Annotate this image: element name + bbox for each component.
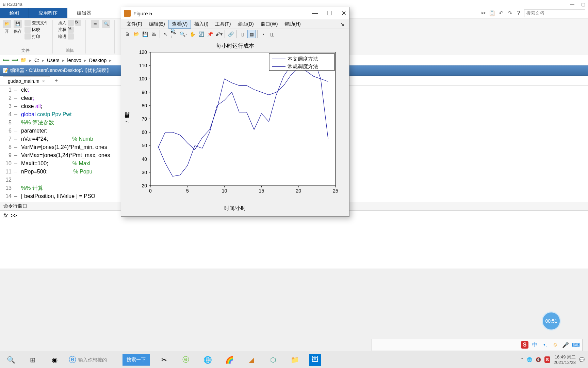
save-button[interactable]: 💾保存: [14, 20, 22, 34]
indent-button[interactable]: 缩进: [58, 33, 81, 40]
ime-input[interactable]: [375, 340, 518, 350]
addr-desktop[interactable]: Desktop: [89, 58, 107, 63]
comment-button[interactable]: 注释%: [58, 27, 81, 33]
zoom-in-icon[interactable]: 🔍+: [170, 30, 179, 38]
edge-icon[interactable]: 🌐: [200, 353, 215, 367]
open-button[interactable]: 📂开: [3, 20, 11, 34]
help-icon[interactable]: ?: [515, 10, 522, 17]
tray-notif-icon[interactable]: 💬: [579, 357, 585, 362]
compare-button[interactable]: 比较: [24, 27, 48, 33]
link-icon[interactable]: 🔗: [227, 30, 235, 38]
sogou-icon: S: [521, 341, 528, 349]
ribbon-tab-plot[interactable]: 绘图: [0, 8, 29, 18]
close-icon[interactable]: ✕: [341, 10, 346, 17]
ime-emoji-icon[interactable]: ☺: [552, 341, 559, 349]
undo-icon[interactable]: ↶: [497, 10, 504, 17]
tray-vol-icon[interactable]: 🔇: [536, 357, 541, 362]
minimize-icon[interactable]: —: [312, 10, 318, 17]
menu-insert[interactable]: 插入(I): [191, 20, 212, 29]
close-icon[interactable]: ×: [42, 78, 45, 84]
start-icon[interactable]: 🔍: [3, 353, 18, 367]
cut-icon[interactable]: ✂: [480, 10, 487, 17]
brush-icon[interactable]: 🖌▾: [215, 30, 223, 38]
addr-users[interactable]: Users: [47, 58, 60, 63]
percent-icon: %: [68, 27, 74, 33]
editor-icon: 📝: [3, 68, 8, 73]
svg-text:120: 120: [139, 49, 147, 55]
menu-edit[interactable]: 编辑(E): [146, 20, 168, 29]
zoom-out-icon[interactable]: 🔍-: [179, 30, 187, 38]
save-icon[interactable]: 💾: [141, 30, 149, 38]
group-edit-label: 编辑: [58, 48, 81, 53]
ime-zhong[interactable]: 中: [531, 341, 539, 349]
search-docs-input[interactable]: [524, 10, 585, 17]
menu-desktop[interactable]: 桌面(D): [234, 20, 257, 29]
colorbar-icon[interactable]: ▯: [239, 30, 247, 38]
svg-text:110: 110: [139, 63, 147, 68]
ie-icon[interactable]: ⓔ: [69, 355, 76, 365]
menu-file[interactable]: 文件(F): [123, 20, 146, 29]
taskbar-search-button[interactable]: 搜索一下: [122, 354, 150, 366]
tray-net-icon[interactable]: 🌐: [527, 357, 532, 362]
svg-text:20: 20: [142, 183, 147, 188]
menu-overflow-icon[interactable]: ↘: [340, 21, 347, 27]
maximize-icon[interactable]: ☐: [327, 10, 332, 17]
sogou-tray-icon[interactable]: S: [544, 356, 550, 363]
obs-icon[interactable]: ◉: [47, 353, 62, 367]
redo-icon[interactable]: ↷: [506, 10, 513, 17]
file-tab-main[interactable]: gudao_main.m ×: [3, 76, 50, 86]
chrome-icon[interactable]: 🌈: [222, 353, 237, 367]
taskbar-search-input[interactable]: [78, 357, 116, 363]
find-icon: [24, 20, 31, 26]
editor-path: 编辑器 - C:\Users\lenovo\Desktop\【优化调度】: [10, 67, 111, 74]
menu-view[interactable]: 查看(V): [168, 20, 191, 29]
taskview-icon[interactable]: ⊞: [25, 353, 40, 367]
maximize-icon[interactable]: ▢: [581, 2, 585, 7]
figure-titlebar[interactable]: Figure 5 — ☐ ✕: [121, 7, 349, 19]
matlab-icon[interactable]: ◢: [244, 353, 259, 367]
print-icon[interactable]: 🖶: [150, 30, 158, 38]
command-window[interactable]: fx >>: [0, 211, 588, 269]
addr-c[interactable]: C:: [34, 58, 39, 63]
goto-button[interactable]: ➡: [91, 20, 99, 28]
ribbon-tab-editor[interactable]: 编辑器: [67, 8, 101, 18]
menu-window[interactable]: 窗口(W): [257, 20, 281, 29]
new-icon[interactable]: 🗎: [123, 30, 131, 38]
menu-help[interactable]: 帮助(H): [281, 20, 304, 29]
tray-clock[interactable]: 16:49 周二 2021/12/28: [554, 354, 576, 365]
menu-tools[interactable]: 工具(T): [212, 20, 234, 29]
svg-text:10: 10: [222, 188, 227, 194]
dock-icon[interactable]: ◫: [268, 30, 276, 38]
find-files-button[interactable]: 查找文件: [24, 20, 48, 26]
ime-mic-icon[interactable]: 🎤: [562, 341, 569, 349]
pointer-icon[interactable]: ↖: [162, 30, 170, 38]
back-icon[interactable]: ⟸: [3, 57, 9, 63]
photos-icon[interactable]: 🖼: [309, 354, 321, 366]
minimize-icon[interactable]: —: [570, 2, 574, 7]
snip-icon[interactable]: ✂: [157, 353, 172, 367]
rotate-icon[interactable]: 🔄: [197, 30, 205, 38]
find-button[interactable]: 🔍: [102, 20, 110, 28]
ribbon-tab-apps[interactable]: 应用程序: [29, 8, 67, 18]
fwd-icon[interactable]: ⟹: [12, 57, 18, 63]
ime-keyboard-icon[interactable]: ⌨: [572, 341, 579, 349]
explorer-icon[interactable]: 📁: [287, 353, 302, 367]
open-icon[interactable]: 📂: [132, 30, 140, 38]
copy-icon[interactable]: 📋: [489, 10, 495, 17]
app-icon[interactable]: ⬡: [265, 353, 280, 367]
pan-icon[interactable]: ✋: [188, 30, 196, 38]
datatip-icon[interactable]: 📌: [206, 30, 214, 38]
svg-text:30: 30: [142, 170, 147, 175]
addr-lenovo[interactable]: lenovo: [67, 58, 81, 63]
fx-prompt: fx: [3, 213, 7, 218]
print-button[interactable]: 打印: [24, 33, 48, 40]
cmd-prompt: >>: [11, 213, 17, 218]
svg-text:15: 15: [259, 188, 264, 194]
insert-button[interactable]: 插入fx: [58, 20, 81, 26]
add-tab-button[interactable]: +: [51, 76, 61, 86]
tray-up-icon[interactable]: ˄: [521, 357, 523, 362]
browser1-icon[interactable]: ⓔ: [178, 353, 193, 367]
legend-icon[interactable]: ▦: [247, 30, 256, 38]
ime-punct-icon[interactable]: •,: [541, 341, 549, 349]
hide-icon[interactable]: ▪: [259, 30, 267, 38]
